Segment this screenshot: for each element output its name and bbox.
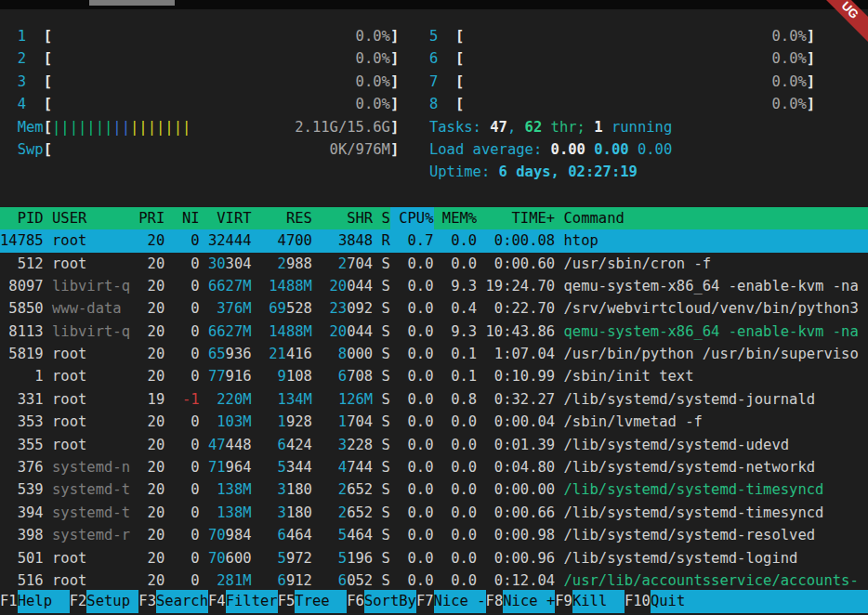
process-row[interactable]: 1root2007791691086708S0.00.10:10.99/sbin… — [0, 365, 868, 387]
cell-res: 9108 — [252, 365, 312, 387]
cell-pid: 8097 — [0, 275, 44, 297]
fn-f6-sortby[interactable]: F6SortBy — [347, 590, 416, 613]
cell-virt-hi: 103M — [217, 413, 251, 430]
meter-bracket-open: [ — [455, 25, 464, 47]
column-header-shr[interactable]: SHR — [312, 207, 373, 229]
terminal[interactable]: 1[0.0%]2[0.0%]3[0.0%]4[0.0%] Mem[|||||||… — [0, 9, 868, 615]
cpu-meter-3: 3[0.0%] — [18, 71, 400, 93]
cell-cpu: 0.0 — [390, 434, 434, 456]
column-header-res[interactable]: RES — [252, 207, 312, 229]
cell-pri: 20 — [130, 524, 164, 546]
fn-f1-help[interactable]: F1Help — [0, 590, 70, 613]
column-header-cmd[interactable]: Command — [555, 207, 868, 229]
cell-ni: 0 — [164, 229, 199, 252]
memory-bars-used: ||||||| — [52, 119, 112, 136]
cell-user: root — [44, 343, 130, 365]
blank-line — [0, 184, 868, 207]
fn-f3-search[interactable]: F3Search — [138, 590, 208, 613]
cell-virt: 220M — [200, 388, 252, 411]
process-row[interactable]: 539systemd-t200138M31802652S0.00.00:00.0… — [0, 478, 868, 501]
memory-meter: Mem[||||||||||||||||2.11G/15.6G] — [18, 116, 400, 138]
cell-virt: 138M — [200, 478, 252, 501]
cell-user: root — [44, 569, 130, 592]
fn-f2-setup[interactable]: F2Setup — [70, 590, 139, 613]
cell-res: 6464 — [252, 524, 312, 546]
fn-f5-tree[interactable]: F5Tree — [278, 590, 348, 613]
column-header-pri[interactable]: PRI — [130, 207, 164, 229]
cell-virt-hi: 6627M — [208, 323, 252, 340]
cell-state: S — [373, 502, 390, 524]
cell-virt: 281M — [200, 569, 252, 592]
fn-f9-kill[interactable]: F9Kill — [555, 590, 625, 613]
column-header-user[interactable]: USER — [44, 207, 130, 229]
cell-shr-lo: 652 — [347, 504, 373, 521]
cell-res-hi: 6 — [278, 437, 286, 453]
cell-command: /sbin/init text — [555, 365, 868, 387]
cell-res: 1928 — [252, 411, 312, 433]
cell-cpu: 0.0 — [390, 569, 434, 592]
cell-virt-hi: 47 — [208, 437, 226, 453]
cell-cpu: 0.0 — [390, 478, 434, 501]
cell-mem: 0.4 — [434, 297, 478, 320]
cell-state: S — [373, 569, 390, 592]
process-row[interactable]: 8113libvirt-q2006627M1488M20044S0.09.310… — [0, 321, 868, 343]
cell-virt-lo: 916 — [226, 368, 252, 385]
cell-mem: 0.0 — [434, 547, 478, 569]
cell-pid: 331 — [0, 388, 44, 411]
fn-f4-filter[interactable]: F4Filter — [208, 590, 278, 613]
column-header-s[interactable]: S — [373, 207, 390, 229]
cell-res-hi: 1488M — [269, 278, 312, 294]
cell-user: root — [44, 253, 130, 275]
cell-shr-lo: 228 — [347, 437, 373, 453]
fn-f8-nice[interactable]: F8Nice + — [486, 590, 556, 613]
column-header-mem[interactable]: MEM% — [434, 207, 478, 229]
process-row-selected[interactable]: 14785root2003244447003848R0.70.00:00.08h… — [0, 229, 868, 252]
process-row[interactable]: 512root2003030429882704S0.00.00:00.60/us… — [0, 253, 868, 275]
cell-virt: 138M — [200, 502, 252, 524]
cell-res: 4700 — [252, 229, 312, 252]
cpu-meter-5: 5[0.0%] — [429, 25, 815, 47]
column-header-time[interactable]: TIME+ — [477, 207, 555, 229]
cell-command: /lib/systemd/systemd-udevd — [555, 434, 868, 456]
cell-user: root — [44, 411, 130, 433]
process-row[interactable]: 398systemd-r2007098464645464S0.00.00:00.… — [0, 524, 868, 546]
cell-state: S — [373, 524, 390, 546]
cell-command: /usr/lib/accountsservice/accounts- — [555, 569, 868, 592]
column-header-cpu[interactable]: CPU% — [390, 207, 434, 229]
process-row[interactable]: 353root200103M19281704S0.00.00:00.04/sbi… — [0, 411, 868, 433]
process-row[interactable]: 376systemd-n2007196453444744S0.00.00:04.… — [0, 456, 868, 478]
process-row[interactable]: 331root19-1220M134M126MS0.00.80:32.27/li… — [0, 388, 868, 411]
cell-command: /srv/webvirtcloud/venv/bin/python3 — [555, 297, 868, 320]
cell-cpu: 0.0 — [390, 411, 434, 433]
process-row[interactable]: 5819root20065936214168000S0.00.11:07.04/… — [0, 343, 868, 365]
cell-shr-hi: 1 — [338, 413, 347, 430]
cell-cpu: 0.0 — [390, 502, 434, 524]
meter-bracket-close: ] — [390, 47, 399, 70]
cell-pri: 20 — [130, 321, 164, 343]
cell-user: root — [44, 547, 130, 569]
cell-command: /usr/sbin/cron -f — [555, 253, 868, 275]
cpu-meter-value: 0.0% — [771, 71, 806, 93]
process-row[interactable]: 8097libvirt-q2006627M1488M20044S0.09.319… — [0, 275, 868, 297]
process-rows: 14785root2003244447003848R0.70.00:00.08h… — [0, 229, 868, 592]
cell-pid: 512 — [0, 253, 44, 275]
process-row[interactable]: 5850www-data200376M6952823092S0.00.40:22… — [0, 297, 868, 320]
column-header-ni[interactable]: NI — [164, 207, 199, 229]
cpu-meter-value: 0.0% — [356, 25, 390, 47]
cell-res-lo: 4700 — [278, 232, 312, 249]
column-header-pid[interactable]: PID — [0, 207, 44, 229]
cell-command: qemu-system-x86_64 -enable-kvm -na — [555, 275, 868, 297]
process-row[interactable]: 516root200281M69126052S0.00.00:12.04/usr… — [0, 569, 868, 592]
cell-virt: 32444 — [200, 229, 252, 252]
process-row[interactable]: 355root2004744864243228S0.00.00:01.39/li… — [0, 434, 868, 456]
fn-f10-quit[interactable]: F10Quit — [625, 590, 868, 613]
cell-res-hi: 6 — [278, 527, 286, 543]
cell-virt-lo: 964 — [226, 459, 252, 476]
column-header-virt[interactable]: VIRT — [200, 207, 252, 229]
process-row[interactable]: 394systemd-t200138M31802652S0.00.00:00.6… — [0, 502, 868, 524]
cell-pri: 20 — [130, 343, 164, 365]
process-row[interactable]: 501root2007060059725196S0.00.00:00.96/li… — [0, 547, 868, 569]
fn-f7-nice[interactable]: F7Nice - — [416, 590, 486, 613]
cpu-meter-2: 2[0.0%] — [18, 47, 400, 70]
cell-user: root — [44, 229, 130, 252]
